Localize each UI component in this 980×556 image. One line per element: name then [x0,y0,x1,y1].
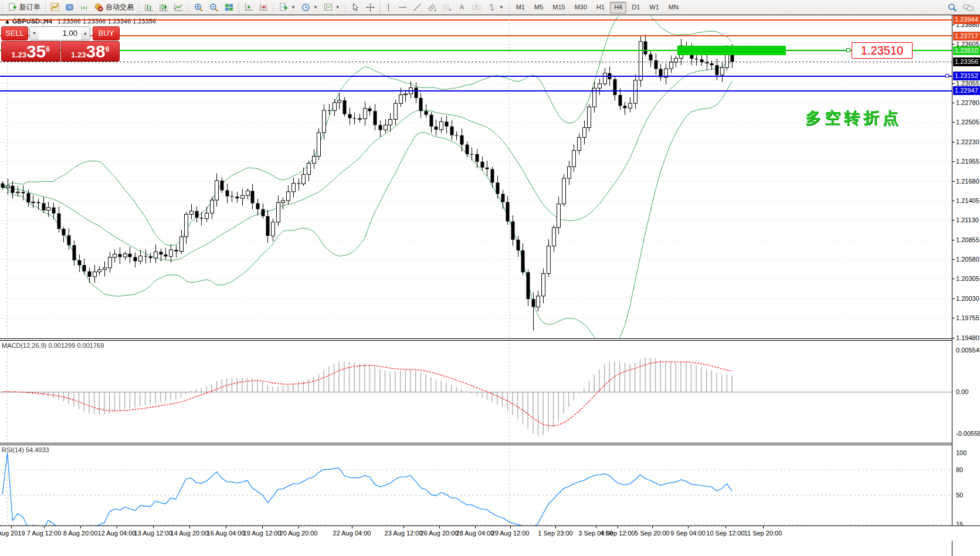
rsi-axis-label: 50 [956,491,963,499]
channel-button[interactable]: E [425,1,440,14]
templates-button[interactable]: ▼ [321,1,343,14]
toolbar-grip[interactable] [344,2,348,13]
chart-shift-button[interactable] [256,1,271,14]
text-button[interactable]: A [455,1,469,14]
timeframe-button-m30[interactable]: M30 [571,2,591,13]
time-label: 1 Sep 23:00 [538,530,572,537]
toolbar-grip[interactable] [237,2,241,13]
main-chart-canvas[interactable] [0,16,952,339]
timeframe-button-h4[interactable]: H4 [610,2,626,13]
price-callout-label[interactable]: 1.23510 [852,42,913,59]
signals-button[interactable] [77,1,91,14]
timeframe-button-w1[interactable]: W1 [645,2,663,13]
rsi-axis-label: 100 [956,449,967,456]
autotrading-button[interactable]: 自动交易 [91,1,137,14]
highlight-zone[interactable] [677,46,786,55]
annotation-text[interactable]: 多空转折点 [805,107,902,128]
macd-pane-separator[interactable] [0,338,980,341]
horizontal-price-line[interactable] [0,35,952,36]
price-tick: 1.20855 [956,236,979,243]
text-icon: A [458,3,466,12]
templates-dropdown-caret: ▼ [335,5,340,10]
buy-price-button[interactable]: 1.23 38 6 [61,41,120,62]
blue-line-handle[interactable] [945,74,949,77]
toolbar-grip[interactable] [137,2,141,13]
price-axis[interactable]: 1.238801.236051.230551.227801.225051.222… [952,15,980,556]
tile-windows-button[interactable] [222,1,236,14]
zoom-out-button[interactable] [206,1,222,14]
zoom-in-button[interactable] [191,1,206,14]
time-tick-mark [725,526,726,528]
line-chart-button[interactable] [171,1,186,14]
price-badge: 1.23152 [953,72,980,80]
crosshair-button[interactable] [363,1,378,14]
toolbar-grip[interactable] [1,2,5,13]
bar-chart-icon [145,3,154,12]
buy-button[interactable]: BUY [93,26,120,40]
volume-down-button[interactable]: ▼ [30,27,39,40]
timeframe-button-h1[interactable]: H1 [592,2,609,13]
chart-window-icon [50,3,59,12]
vertical-line-button[interactable] [382,1,395,14]
timeframe-button-d1[interactable]: D1 [628,2,644,13]
label-button[interactable]: T [469,1,484,14]
arrows-button[interactable]: ▼ [484,1,507,14]
timeframe-button-m1[interactable]: M1 [512,2,529,13]
volume-input[interactable]: 1.00 [39,27,81,40]
signals-icon [80,3,89,12]
trendline-icon [413,3,422,12]
callout-anchor-square[interactable] [846,48,850,52]
periods-button[interactable]: ▼ [299,1,321,14]
price-badge: 1.23510 [953,46,980,55]
cursor-button[interactable] [348,1,363,14]
fibonacci-button[interactable]: F [440,1,455,14]
time-tick-mark [596,526,596,528]
chat-icon [963,3,974,12]
horizontal-price-line[interactable] [0,76,952,77]
svg-text:A: A [460,4,464,11]
toolbar-grip[interactable] [272,2,276,13]
price-tick-mark [952,220,955,221]
rsi-pane-separator[interactable] [0,443,980,445]
auto-scroll-button[interactable] [242,1,256,14]
bar-chart-button[interactable] [142,1,157,14]
sell-button[interactable]: SELL [1,26,28,40]
chat-button[interactable] [960,1,976,14]
time-label: 16 Aug 04:00 [207,530,245,537]
search-button[interactable] [945,1,960,14]
horizontal-price-line[interactable] [0,90,952,91]
horizontal-price-line[interactable] [0,19,952,21]
macd-axis-label: 0.005543 [956,347,980,354]
macd-canvas[interactable] [0,340,952,443]
price-tick: 1.22230 [956,138,979,145]
toolbar-grip[interactable] [186,2,191,13]
time-label: 8 Aug 20:00 [63,530,98,537]
sell-price-button[interactable]: 1.23 35 6 [1,41,60,62]
toolbar-grip[interactable] [507,2,511,13]
indicators-button[interactable]: ▼ [276,1,299,14]
timeframe-button-m5[interactable]: M5 [530,2,547,13]
tile-windows-icon [225,3,233,12]
svg-text:T: T [475,5,478,10]
time-tick-mark [352,526,352,528]
metaeditor-button[interactable] [62,1,77,14]
time-tick-mark [117,526,117,528]
buy-price-prefix: 1.23 [71,50,86,59]
volume-up-button[interactable]: ▲ [81,27,90,40]
svg-text:E: E [434,8,436,12]
price-tick-mark [952,103,955,103]
price-tick: 1.21405 [956,197,979,204]
timeframe-button-mn[interactable]: MN [664,2,683,13]
chart-window-button[interactable] [48,1,62,14]
trendline-button[interactable] [410,1,425,14]
price-tick: 1.23055 [956,80,979,87]
timeframe-button-m15[interactable]: M15 [548,2,569,13]
time-label: 23 Aug 12:00 [385,530,423,537]
time-tick-mark [475,526,476,528]
time-label: 20 Aug 20:00 [280,530,318,537]
horizontal-line-button[interactable] [395,1,410,14]
periods-icon [301,3,310,12]
new-order-button[interactable]: 新订单 [5,1,43,14]
time-axis[interactable]: Aug 20197 Aug 12:008 Aug 20:0012 Aug 04:… [0,526,980,541]
candlestick-button[interactable] [157,1,171,14]
